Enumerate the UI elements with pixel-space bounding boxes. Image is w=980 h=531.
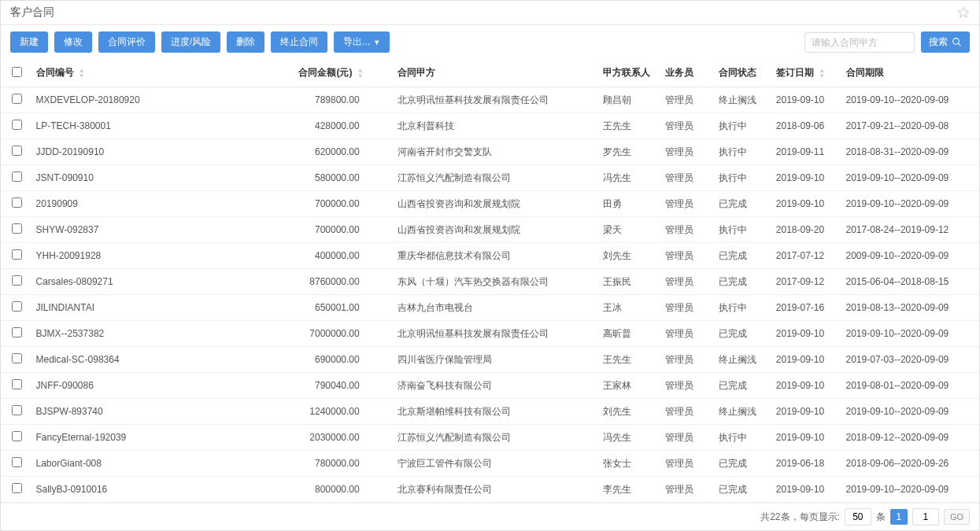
row-checkbox[interactable] [12,405,22,415]
review-button[interactable]: 合同评价 [98,31,155,53]
cell-party: 重庆华都信息技术有限公司 [391,243,597,269]
row-checkbox[interactable] [12,327,22,337]
header-sign-date[interactable]: 签订日期 ▲▼ [770,59,840,87]
cell-date: 2019-09-10 [770,347,840,373]
cell-date: 2019-09-10 [770,477,840,503]
table-row[interactable]: SHYW-092837700000.00山西省投资咨询和发展规划院梁天管理员执行… [1,217,979,243]
table-row[interactable]: YHH-20091928400000.00重庆华都信息技术有限公司刘先生管理员已… [1,243,979,269]
row-checkbox[interactable] [12,249,22,260]
table-header-row: 合同编号 ▲▼ 合同金额(元) ▲▼ 合同甲方 甲方联系人 业务员 合同状态 签… [1,59,979,87]
terminate-button[interactable]: 终止合同 [271,31,327,53]
page-goto-input[interactable] [912,508,939,525]
search-label: 搜索 [929,35,948,49]
row-checkbox[interactable] [12,171,22,182]
sort-icon: ▲▼ [79,68,85,79]
cell-date: 2017-07-12 [770,243,840,269]
edit-button[interactable]: 修改 [54,31,92,53]
pagination: 共22条，每页显示: 条 1 GO [1,503,979,530]
row-checkbox[interactable] [12,457,22,467]
table-row[interactable]: 20190909700000.00山西省投资咨询和发展规划院田勇管理员已完成20… [1,191,979,217]
row-checkbox[interactable] [12,223,22,234]
cell-contact: 刘先生 [597,399,659,425]
table-container: 合同编号 ▲▼ 合同金额(元) ▲▼ 合同甲方 甲方联系人 业务员 合同状态 签… [1,59,979,503]
table-row[interactable]: Medical-SC-098364690000.00四川省医疗保险管理局王先生管… [1,347,979,373]
table-row[interactable]: LP-TECH-380001428000.00北京利普科技王先生管理员执行中20… [1,113,979,139]
cell-party: 北京斯堪帕维科技有限公司 [391,399,597,425]
cell-contract-no: JJDD-20190910 [30,139,293,165]
svg-line-2 [958,43,960,46]
cell-sales: 管理员 [659,373,712,399]
table-row[interactable]: FancyEternal-1920392030000.00江苏恒义汽配制造有限公… [1,425,979,451]
cell-date: 2019-07-16 [770,295,840,321]
cell-contract-no: Medical-SC-098364 [30,347,293,373]
caret-down-icon: ▼ [373,39,380,46]
cell-contract-no: Carsales-0809271 [30,269,293,295]
cell-contact: 李先生 [597,477,659,503]
table-row[interactable]: JILINDIANTAI650001.00吉林九台市电视台王冰管理员执行中201… [1,295,979,321]
cell-party: 北京赛利有限责任公司 [391,477,597,503]
cell-party: 北京明讯恒基科技发展有限责任公司 [391,87,597,113]
cell-status: 已完成 [712,243,770,269]
export-button[interactable]: 导出... ▼ [334,31,390,53]
row-checkbox[interactable] [12,197,22,208]
table-row[interactable]: BJMX--25373827000000.00北京明讯恒基科技发展有限责任公司高… [1,321,979,347]
table-row[interactable]: MXDEVELOP-20180920789800.00北京明讯恒基科技发展有限责… [1,87,979,113]
header-checkbox-cell [1,59,30,87]
favorite-star-icon[interactable] [957,6,970,19]
table-row[interactable]: LaborGiant-008780000.00宁波巨工管件有限公司张女士管理员已… [1,451,979,477]
cell-date: 2019-06-18 [770,451,840,477]
cell-status: 执行中 [712,217,770,243]
page-go-button[interactable]: GO [944,509,970,525]
header-status: 合同状态 [712,59,770,87]
row-checkbox[interactable] [12,431,22,441]
cell-party: 山西省投资咨询和发展规划院 [391,217,597,243]
cell-amount: 7000000.00 [292,321,390,347]
cell-date: 2019-09-10 [770,373,840,399]
header-amount[interactable]: 合同金额(元) ▲▼ [292,59,390,87]
cell-contract-no: FancyEternal-192039 [30,425,293,451]
table-row[interactable]: JJDD-20190910620000.00河南省开封市交警支队罗先生管理员执行… [1,139,979,165]
header-sales: 业务员 [659,59,712,87]
table-row[interactable]: JSNT-090910580000.00江苏恒义汽配制造有限公司冯先生管理员执行… [1,165,979,191]
cell-status: 终止搁浅 [712,399,770,425]
search-input[interactable] [804,32,915,53]
cell-date: 2019-09-10 [770,425,840,451]
page-number-current[interactable]: 1 [890,509,908,525]
cell-contract-no: JSNT-090910 [30,165,293,191]
export-label: 导出... [343,35,370,49]
cell-contract-no: BJSPW-893740 [30,399,293,425]
progress-button[interactable]: 进度/风险 [161,31,220,53]
new-button[interactable]: 新建 [10,31,48,53]
row-checkbox[interactable] [12,120,22,130]
cell-range: 2015-06-04--2018-08-15 [840,269,979,295]
cell-amount: 700000.00 [292,191,390,217]
row-checkbox[interactable] [12,94,22,104]
row-checkbox[interactable] [12,301,22,312]
delete-button[interactable]: 删除 [227,31,264,53]
table-row[interactable]: JNFF-090086790040.00济南奋飞科技有限公司王家林管理员已完成2… [1,373,979,399]
table-row[interactable]: SallyBJ-0910016800000.00北京赛利有限责任公司李先生管理员… [1,477,979,503]
row-checkbox[interactable] [12,379,22,389]
cell-contract-no: SHYW-092837 [30,217,293,243]
cell-amount: 690000.00 [292,347,390,373]
page-size-unit: 条 [876,511,886,524]
cell-range: 2018-09-12--2020-09-09 [840,425,979,451]
cell-amount: 1240000.00 [292,399,390,425]
row-checkbox[interactable] [12,146,22,156]
contract-table: 合同编号 ▲▼ 合同金额(元) ▲▼ 合同甲方 甲方联系人 业务员 合同状态 签… [1,59,979,503]
page-size-input[interactable] [845,508,871,525]
search-button[interactable]: 搜索 [921,31,970,53]
cell-sales: 管理员 [659,477,712,503]
cell-range: 2019-09-10--2020-09-09 [840,399,979,425]
row-checkbox[interactable] [12,275,22,286]
header-period: 合同期限 [840,59,979,87]
select-all-checkbox[interactable] [12,67,22,77]
table-row[interactable]: Carsales-08092718760000.00东风（十堰）汽车热交换器有限… [1,269,979,295]
cell-date: 2019-09-10 [770,321,840,347]
table-row[interactable]: BJSPW-8937401240000.00北京斯堪帕维科技有限公司刘先生管理员… [1,399,979,425]
cell-sales: 管理员 [659,217,712,243]
cell-amount: 789800.00 [292,87,390,113]
header-contract-no[interactable]: 合同编号 ▲▼ [30,59,293,87]
row-checkbox[interactable] [12,353,22,363]
row-checkbox[interactable] [12,483,22,493]
